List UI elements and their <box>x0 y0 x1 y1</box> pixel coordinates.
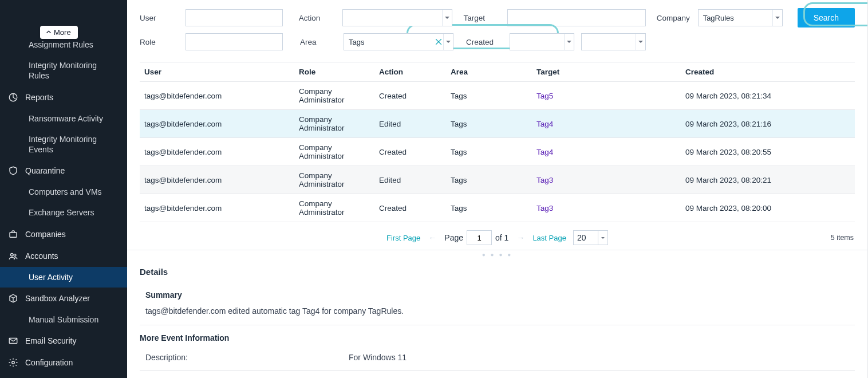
table-row[interactable]: tags@bitdefender.comCompany Administrato… <box>140 138 855 166</box>
filter-label-user: User <box>140 14 186 22</box>
col-area[interactable]: Area <box>446 62 532 82</box>
sidebar-item-integrity-monitoring-rules[interactable]: Integrity Monitoring Rules <box>0 55 127 86</box>
cell-user: tags@bitdefender.com <box>140 82 294 110</box>
sidebar-item-label: Companies <box>25 230 66 239</box>
cell-user: tags@bitdefender.com <box>140 110 294 138</box>
page-input[interactable] <box>467 230 492 245</box>
sidebar-item-label: Reports <box>25 93 53 102</box>
sidebar-item-integrity-monitoring-events[interactable]: Integrity Monitoring Events <box>0 129 127 160</box>
activity-table: User Role Action Area Target Created tag… <box>140 62 855 222</box>
next-page-arrow[interactable]: → <box>508 233 532 242</box>
cell-target: Tag3 <box>532 166 681 194</box>
action-select[interactable] <box>342 9 452 26</box>
envelope-icon <box>8 336 18 346</box>
sidebar-item-label: Configuration <box>25 358 73 367</box>
chevron-down-icon <box>564 34 574 50</box>
table-row[interactable]: tags@bitdefender.comCompany Administrato… <box>140 194 855 222</box>
splitter-handle[interactable]: ● ● ● ● <box>127 250 867 259</box>
target-link[interactable]: Tag3 <box>536 176 553 184</box>
svg-rect-1 <box>10 233 17 237</box>
cell-target: Tag5 <box>532 82 681 110</box>
cell-created: 09 March 2023, 08:20:55 <box>681 138 855 166</box>
table-header-row: User Role Action Area Target Created <box>140 62 855 82</box>
cell-area: Tags <box>446 194 532 222</box>
company-select-value: TagRules <box>703 14 734 22</box>
cell-user: tags@bitdefender.com <box>140 166 294 194</box>
chevron-up-icon <box>46 28 52 37</box>
cell-action: Edited <box>374 166 446 194</box>
col-role[interactable]: Role <box>294 62 374 82</box>
table-row[interactable]: tags@bitdefender.comCompany Administrato… <box>140 82 855 110</box>
target-input[interactable] <box>507 9 646 26</box>
sidebar-item-computers-and-vms[interactable]: Computers and VMs <box>0 182 127 202</box>
pagination: First Page ← Page of 1 → Last Page 20 5 … <box>127 222 867 250</box>
clear-area-icon[interactable] <box>434 37 443 46</box>
table-row[interactable]: tags@bitdefender.comCompany Administrato… <box>140 166 855 194</box>
sidebar: More Assignment RulesIntegrity Monitorin… <box>0 0 127 378</box>
filter-label-role: Role <box>140 38 186 46</box>
chevron-down-icon <box>772 10 782 26</box>
cell-area: Tags <box>446 166 532 194</box>
sidebar-item-quarantine[interactable]: Quarantine <box>0 160 127 182</box>
sidebar-item-reports[interactable]: Reports <box>0 86 127 108</box>
cell-action: Created <box>374 194 446 222</box>
user-input[interactable] <box>186 9 283 26</box>
cell-created: 09 March 2023, 08:21:34 <box>681 82 855 110</box>
prev-page-arrow[interactable]: ← <box>420 233 444 242</box>
cell-area: Tags <box>446 110 532 138</box>
cell-user: tags@bitdefender.com <box>140 138 294 166</box>
col-created[interactable]: Created <box>681 62 855 82</box>
summary-heading: Summary <box>140 285 855 305</box>
page-label: Page <box>444 233 463 242</box>
cell-action: Created <box>374 82 446 110</box>
filter-row-2: Role Area Tags Created <box>140 33 855 50</box>
items-count: 5 items <box>831 234 854 242</box>
filter-row-1: User Action Target Company TagRules <box>140 8 855 27</box>
svg-point-5 <box>12 361 15 364</box>
sidebar-item-accounts[interactable]: Accounts <box>0 245 127 267</box>
target-link[interactable]: Tag3 <box>536 204 553 212</box>
created-from-select[interactable] <box>510 33 574 50</box>
col-user[interactable]: User <box>140 62 294 82</box>
role-input[interactable] <box>186 33 283 50</box>
more-button[interactable]: More <box>40 26 78 39</box>
users-icon <box>8 251 18 261</box>
table-row[interactable]: tags@bitdefender.comCompany Administrato… <box>140 110 855 138</box>
sidebar-item-update[interactable]: Update <box>0 373 127 378</box>
sidebar-item-sandbox-analyzer[interactable]: Sandbox Analyzer <box>0 288 127 309</box>
cell-target: Tag3 <box>532 194 681 222</box>
target-link[interactable]: Tag5 <box>536 92 553 100</box>
sidebar-item-configuration[interactable]: Configuration <box>0 352 127 373</box>
cell-action: Created <box>374 138 446 166</box>
sidebar-item-label: Email Security <box>25 336 76 345</box>
sidebar-item-label: Accounts <box>25 251 58 261</box>
page-size-value[interactable]: 20 <box>573 230 598 245</box>
search-button[interactable]: Search <box>798 8 855 27</box>
cell-role: Company Administrator <box>294 110 374 138</box>
sidebar-item-email-security[interactable]: Email Security <box>0 330 127 352</box>
col-target[interactable]: Target <box>532 62 681 82</box>
target-link[interactable]: Tag4 <box>536 120 553 128</box>
company-select[interactable]: TagRules <box>698 9 783 26</box>
created-to-select[interactable] <box>581 33 646 50</box>
col-action[interactable]: Action <box>374 62 446 82</box>
last-page-link[interactable]: Last Page <box>532 234 566 242</box>
sidebar-item-manual-submission[interactable]: Manual Submission <box>0 309 127 330</box>
target-link[interactable]: Tag4 <box>536 148 553 156</box>
page-size-select[interactable] <box>598 230 608 245</box>
cell-created: 09 March 2023, 08:21:16 <box>681 110 855 138</box>
first-page-link[interactable]: First Page <box>386 234 420 242</box>
filter-label-created: Created <box>466 38 510 46</box>
chevron-down-icon <box>636 34 645 50</box>
sidebar-item-exchange-servers[interactable]: Exchange Servers <box>0 202 127 223</box>
sidebar-item-companies[interactable]: Companies <box>0 223 127 245</box>
sidebar-item-ransomware-activity[interactable]: Ransomware Activity <box>0 108 127 129</box>
area-select[interactable]: Tags <box>344 33 453 50</box>
svg-point-3 <box>14 254 16 256</box>
more-info-heading: More Event Information <box>140 328 855 348</box>
sidebar-item-user-activity[interactable]: User Activity <box>0 267 127 288</box>
cell-target: Tag4 <box>532 138 681 166</box>
svg-point-2 <box>11 253 14 256</box>
description-value: For Windows 11 <box>349 353 407 362</box>
sidebar-item-label: Quarantine <box>25 166 65 175</box>
